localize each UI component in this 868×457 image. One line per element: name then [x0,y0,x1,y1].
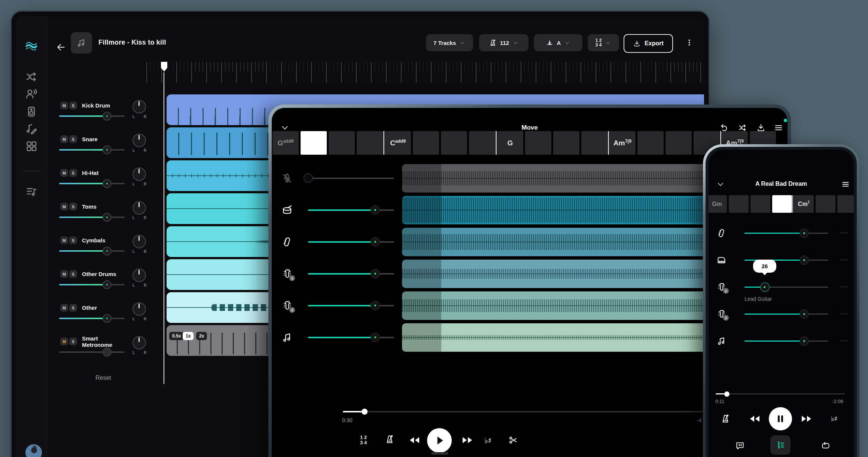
stem-volume-slider[interactable] [308,273,394,275]
volume-slider[interactable] [59,284,125,285]
volume-knob[interactable] [760,282,770,292]
reset-button[interactable]: Reset [95,375,111,381]
chord-cell-empty[interactable] [750,195,770,213]
mute-button[interactable]: M [60,304,68,312]
volume-knob[interactable] [103,112,112,121]
split-tracks-icon[interactable] [25,70,38,83]
volume-knob[interactable] [103,213,112,222]
timeline-ruler[interactable] [146,62,704,93]
chord-cell-empty[interactable] [553,131,579,155]
stem-volume-slider[interactable] [308,305,394,306]
mute-button[interactable]: M [60,338,68,345]
chord-cell-empty[interactable] [413,131,439,155]
solo-button[interactable]: S [69,338,77,345]
stem-volume-slider[interactable] [308,209,394,211]
pause-button[interactable] [769,407,792,430]
pitch-shift-icon[interactable]: ♭♯ [831,415,837,423]
progress-bar[interactable] [716,393,845,394]
stem-options-ellipsis[interactable]: ··· [840,311,848,317]
chord-cell-empty[interactable] [666,131,692,155]
speed-chip-0.5x[interactable]: 0.5x [169,332,184,340]
mute-button[interactable]: M [60,236,68,244]
volume-knob[interactable] [800,336,809,346]
apps-grid-icon[interactable] [25,140,38,152]
volume-knob[interactable] [371,301,380,310]
chord-cell-Cm7[interactable]: Cm7 [794,195,814,213]
chord-cell-empty[interactable] [637,131,664,155]
metronome-icon[interactable] [721,414,730,424]
rewind-icon[interactable] [408,436,421,445]
back-arrow-icon[interactable] [56,42,66,52]
stem-volume-slider[interactable] [308,178,394,179]
pan-knob[interactable] [133,201,146,215]
chord-cell-G[interactable]: G [497,131,523,155]
solo-button[interactable]: S [69,203,77,211]
volume-slider[interactable] [59,149,125,151]
mute-button[interactable]: M [60,135,68,143]
mute-button[interactable]: M [60,270,68,278]
volume-knob[interactable] [800,228,809,238]
chord-cell-Gadd9[interactable]: Gadd9 [272,131,299,155]
stem-volume-slider[interactable] [744,341,828,342]
trim-scissors-icon[interactable] [508,435,518,445]
chord-cell-empty[interactable] [837,195,854,213]
volume-knob[interactable] [304,173,313,183]
chord-cell-empty[interactable] [581,131,607,155]
stem-volume-slider[interactable] [744,314,828,315]
volume-slider[interactable] [59,318,125,319]
stem-options-ellipsis[interactable]: ··· [840,257,848,263]
progress-knob[interactable] [362,409,368,415]
mute-button[interactable]: M [60,203,68,211]
volume-knob[interactable] [800,255,809,265]
loop-tab-icon[interactable] [821,441,831,451]
kebab-menu-icon[interactable] [685,39,693,46]
app-logo-icon[interactable] [25,39,38,52]
metronome-icon[interactable] [385,435,395,444]
chord-cell-empty[interactable] [729,195,749,213]
fast-forward-icon[interactable] [461,436,473,445]
volume-knob[interactable] [103,348,112,357]
tracks-dropdown[interactable]: 7 Tracks [426,34,473,51]
volume-knob[interactable] [103,280,112,289]
volume-knob[interactable] [103,314,112,323]
fast-forward-icon[interactable] [800,414,813,423]
chord-cell-empty[interactable] [357,131,383,155]
volume-knob[interactable] [371,269,380,278]
speed-chip-2x[interactable]: 2x [196,332,207,340]
chord-cell-empty[interactable] [329,131,355,155]
volume-slider[interactable] [59,183,125,184]
voice-studio-icon[interactable] [25,88,38,100]
chord-cell-empty[interactable] [441,131,467,155]
chord-cell-current[interactable] [772,195,792,213]
amp-speaker-icon[interactable] [25,105,38,118]
chord-cell-empty[interactable] [816,195,835,213]
mute-button[interactable]: M [60,169,68,177]
volume-knob[interactable] [371,237,380,246]
volume-knob[interactable] [103,179,112,188]
rewind-icon[interactable] [749,414,761,423]
volume-slider[interactable] [59,250,125,252]
chord-cell-current[interactable] [301,131,327,155]
volume-knob[interactable] [103,246,112,255]
stem-options-ellipsis[interactable]: ··· [840,230,848,236]
stem-options-ellipsis[interactable]: ··· [840,338,848,344]
solo-button[interactable]: S [69,169,77,177]
speed-chip-1x[interactable]: 1x [183,332,194,340]
pan-knob[interactable] [133,336,146,349]
solo-button[interactable]: S [69,304,77,312]
lyric-writer-icon[interactable] [25,122,38,135]
mute-button[interactable]: M [60,102,68,109]
tempo-dropdown[interactable]: 112 [479,34,529,51]
solo-button[interactable]: S [69,270,77,278]
chord-cell-Cadd9[interactable]: Cadd9 [385,131,411,155]
solo-button[interactable]: S [69,236,77,244]
avatar[interactable] [25,444,42,457]
chord-cell-Am7(9[interactable]: Am7(9 [609,131,636,155]
chord-cell-Gm[interactable]: Gm [709,195,727,213]
stem-volume-slider[interactable] [308,337,394,338]
stem-volume-slider[interactable] [744,233,828,234]
chord-cell-empty[interactable] [469,131,495,155]
solo-button[interactable]: S [69,102,77,109]
pan-knob[interactable] [133,269,146,282]
volume-slider[interactable] [59,115,125,117]
